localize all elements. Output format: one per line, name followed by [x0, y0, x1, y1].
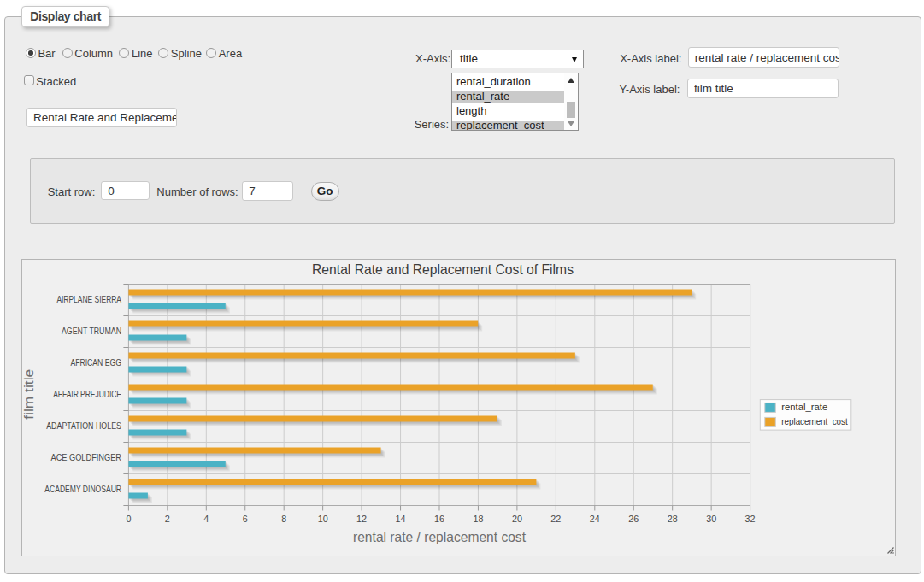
svg-text:film title: film title — [22, 369, 36, 420]
svg-text:AIRPLANE SIERRA: AIRPLANE SIERRA — [56, 295, 121, 304]
svg-text:10: 10 — [318, 514, 328, 524]
svg-text:Rental Rate and Replacement Co: Rental Rate and Replacement Cost of Film… — [312, 262, 574, 277]
svg-text:6: 6 — [243, 514, 248, 524]
svg-text:26: 26 — [628, 514, 639, 524]
svg-text:replacement_cost: replacement_cost — [781, 416, 847, 426]
svg-text:rental_rate: rental_rate — [781, 402, 827, 412]
svg-text:18: 18 — [473, 514, 483, 524]
svg-text:32: 32 — [745, 514, 756, 524]
svg-text:ACADEMY DINOSAUR: ACADEMY DINOSAUR — [44, 485, 121, 494]
svg-text:28: 28 — [668, 514, 678, 524]
svg-text:4: 4 — [203, 514, 209, 524]
svg-text:22: 22 — [550, 514, 561, 524]
svg-text:12: 12 — [356, 514, 367, 524]
svg-text:20: 20 — [512, 514, 522, 524]
svg-text:24: 24 — [590, 514, 600, 524]
svg-text:rental rate / replacement cost: rental rate / replacement cost — [353, 529, 526, 544]
svg-text:14: 14 — [396, 514, 406, 524]
svg-text:AFFAIR PREJUDICE: AFFAIR PREJUDICE — [53, 390, 121, 399]
svg-text:2: 2 — [165, 514, 170, 524]
svg-text:16: 16 — [434, 514, 444, 524]
svg-text:AFRICAN EGG: AFRICAN EGG — [70, 358, 121, 367]
svg-text:ACE GOLDFINGER: ACE GOLDFINGER — [51, 453, 122, 462]
svg-text:30: 30 — [706, 514, 716, 524]
svg-text:8: 8 — [281, 514, 286, 524]
svg-text:ADAPTATION HOLES: ADAPTATION HOLES — [46, 421, 121, 431]
svg-text:0: 0 — [126, 514, 131, 524]
svg-text:AGENT TRUMAN: AGENT TRUMAN — [62, 326, 121, 336]
